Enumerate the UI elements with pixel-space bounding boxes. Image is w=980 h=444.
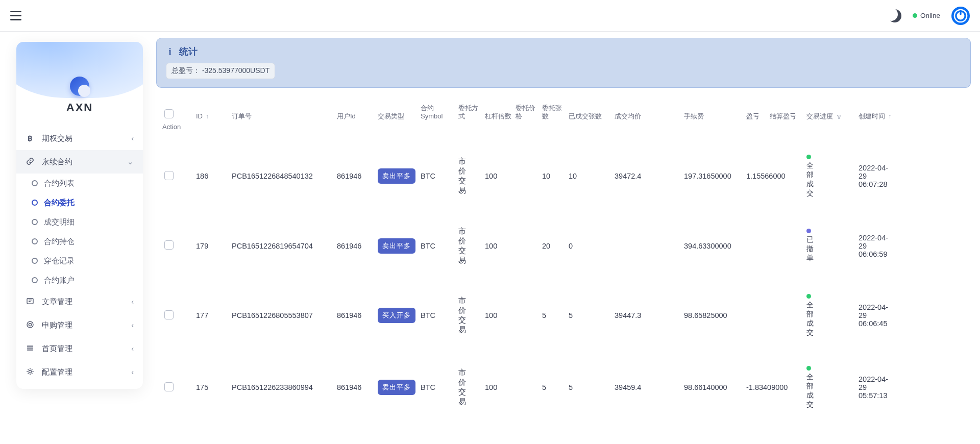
sidebar-subitem-positions[interactable]: 合约持仓 <box>32 232 143 251</box>
trade-type-pill: 卖出平多 <box>378 168 415 184</box>
cell-fee: 197.31650000 <box>684 172 743 180</box>
select-all-checkbox[interactable] <box>164 109 174 118</box>
table-row: 179 PCB1651226819654704 861946 卖出平多 BTC … <box>156 217 971 278</box>
ring-icon <box>32 258 38 264</box>
cell-id: 175 <box>196 383 229 391</box>
sidebar-subitem-contract-accounts[interactable]: 合约账户 <box>32 270 143 290</box>
cell-id: 177 <box>196 311 229 319</box>
chevron-left-icon: ‹ <box>131 344 134 353</box>
table-row: 175 PCB1651226233860994 861946 卖出平多 BTC … <box>156 357 971 422</box>
sidebar-item-label: 期权交易 <box>42 134 72 143</box>
cell-progress: 全部成交 <box>806 155 855 198</box>
chevron-left-icon: ‹ <box>131 321 134 329</box>
cell-id: 179 <box>196 242 229 250</box>
sidebar-item-home[interactable]: 首页管理 ‹ <box>16 337 143 360</box>
sidebar-item-articles[interactable]: 文章管理 ‹ <box>16 290 143 313</box>
cell-progress: 已撤单 <box>806 229 855 263</box>
cell-created: 2022-04-29 06:06:59 <box>859 234 894 258</box>
cell-user: 861946 <box>337 383 375 391</box>
cell-order-qty: 5 <box>542 311 566 319</box>
col-fee[interactable]: 手续费 <box>684 112 743 120</box>
sidebar-item-label: 首页管理 <box>42 344 72 354</box>
gear-icon <box>26 367 35 378</box>
cell-filled-qty: 5 <box>569 311 611 319</box>
col-settle[interactable]: 结算盈亏 <box>770 112 803 120</box>
sidebar-item-config[interactable]: 配置管理 ‹ <box>16 360 143 384</box>
main-content: i 统计 总盈亏： -325.53977000USDT ID↑ 订单号 用户Id… <box>153 32 980 444</box>
cell-order-mode: 市价交易 <box>458 227 465 265</box>
trade-type-pill: 买入开多 <box>378 308 415 323</box>
col-id[interactable]: ID↑ <box>196 112 229 120</box>
cell-order-mode: 市价交易 <box>458 296 465 335</box>
cell-order: PCB1651226819654704 <box>232 242 334 250</box>
cell-order-qty: 10 <box>542 172 566 180</box>
sidebar-subitem-trade-details[interactable]: 成交明细 <box>32 212 143 232</box>
brand-title: AXN <box>66 101 93 114</box>
cell-lever: 100 <box>485 242 512 250</box>
stats-title: 统计 <box>179 45 198 58</box>
sidebar-subitem-label: 合约账户 <box>44 276 75 285</box>
col-fqty[interactable]: 已成交张数 <box>569 112 611 120</box>
col-symbol[interactable]: 合约Symbol <box>421 104 455 120</box>
online-status: Online <box>913 12 940 19</box>
bitcoin-icon: ฿ <box>26 134 35 142</box>
row-checkbox[interactable] <box>164 382 174 391</box>
user-avatar[interactable] <box>951 7 970 25</box>
sidebar-subitem-label: 合约持仓 <box>44 237 75 246</box>
table-header: ID↑ 订单号 用户Id 交易类型 合约Symbol 委托方式 杠杆倍数 委托价… <box>156 96 971 139</box>
filter-icon[interactable] <box>836 114 842 120</box>
cell-order-qty: 5 <box>542 383 566 391</box>
col-avg[interactable]: 成交均价 <box>615 112 681 120</box>
sidebar-item-subscription[interactable]: 申购管理 ‹ <box>16 313 143 337</box>
dark-mode-toggle[interactable] <box>888 9 901 22</box>
ring-icon <box>32 277 38 283</box>
col-oqty[interactable]: 委托张数 <box>542 104 566 120</box>
progress-dot-icon <box>806 229 811 233</box>
chevron-left-icon: ‹ <box>131 298 134 306</box>
progress-label: 全部成交 <box>806 301 814 337</box>
cell-symbol: BTC <box>421 383 455 391</box>
ring-icon <box>32 219 38 225</box>
table-body: 186 PCB1651226848540132 861946 卖出平多 BTC … <box>156 145 971 422</box>
row-checkbox[interactable] <box>164 171 174 180</box>
sidebar-item-perpetual[interactable]: 永续合约 ⌄ <box>16 150 143 174</box>
col-order[interactable]: 订单号 <box>232 112 334 120</box>
sidebar-sublist-perpetual: 合约列表 合约委托 成交明细 合约持仓 穿仓记录 合约账户 <box>16 174 143 290</box>
sidebar-subitem-liquidation[interactable]: 穿仓记录 <box>32 251 143 270</box>
cell-progress: 全部成交 <box>806 366 855 409</box>
cell-lever: 100 <box>485 383 512 391</box>
cell-user: 861946 <box>337 311 375 319</box>
online-label: Online <box>920 12 940 19</box>
cell-pl: 1.15566000 <box>746 172 767 180</box>
col-user[interactable]: 用户Id <box>337 112 375 120</box>
cell-user: 861946 <box>337 242 375 250</box>
sidebar-toggle-button[interactable] <box>10 11 21 20</box>
cell-created: 2022-04-29 06:06:45 <box>859 303 894 328</box>
ring-icon <box>32 200 38 206</box>
top-bar: Online <box>0 0 980 32</box>
col-pl[interactable]: 盈亏 <box>746 112 767 120</box>
row-checkbox[interactable] <box>164 310 174 319</box>
sidebar-nav: ฿ 期权交易 ‹ 永续合约 ⌄ 合约列表 合约委托 成交明细 合约持仓 穿仓记 <box>16 124 143 389</box>
row-checkbox[interactable] <box>164 240 174 250</box>
col-lever[interactable]: 杠杆倍数 <box>485 112 512 120</box>
sidebar-item-label: 文章管理 <box>42 297 72 307</box>
col-created[interactable]: 创建时间↑ <box>859 112 894 120</box>
sidebar-item-options-trading[interactable]: ฿ 期权交易 ‹ <box>16 127 143 150</box>
cell-symbol: BTC <box>421 242 455 250</box>
sidebar-subitem-label: 合约委托 <box>44 198 75 208</box>
col-progress[interactable]: 交易进度 <box>806 112 855 120</box>
col-mode[interactable]: 委托方式 <box>458 104 482 120</box>
col-oprice[interactable]: 委托价格 <box>516 104 539 120</box>
svg-point-6 <box>29 370 31 373</box>
cell-pl: -1.83409000 <box>746 383 767 391</box>
table-row: 177 PCB1651226805553807 861946 买入开多 BTC … <box>156 285 971 350</box>
cell-order-mode: 市价交易 <box>458 368 465 407</box>
sidebar-subitem-contract-orders[interactable]: 合约委托 <box>32 193 143 212</box>
col-trade-type[interactable]: 交易类型 <box>378 112 418 120</box>
sidebar-subitem-contract-list[interactable]: 合约列表 <box>32 174 143 193</box>
cell-order: PCB1651226805553807 <box>232 311 334 319</box>
chevron-left-icon: ‹ <box>131 368 134 376</box>
col-action: Action <box>162 123 193 131</box>
stats-panel: i 统计 总盈亏： -325.53977000USDT <box>156 38 971 88</box>
